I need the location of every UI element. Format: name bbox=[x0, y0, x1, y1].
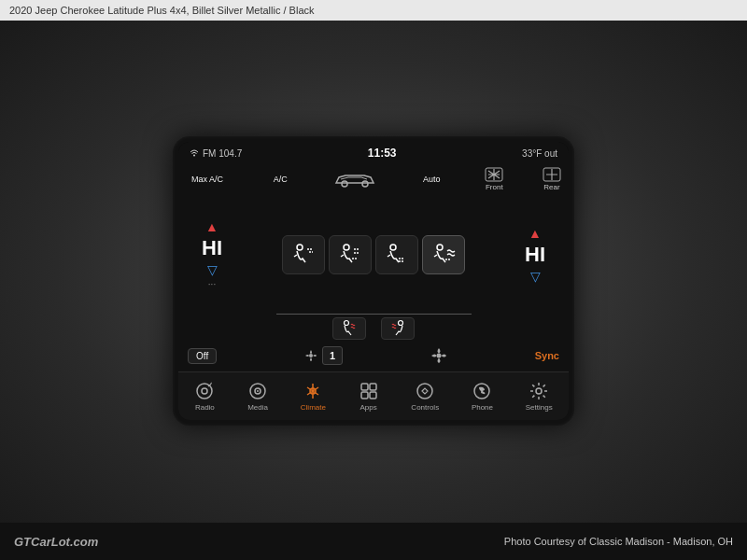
fan-speed-row: Off 1 bbox=[178, 342, 569, 370]
nav-phone[interactable]: Phone bbox=[466, 377, 499, 415]
nav-climate[interactable]: Climate bbox=[295, 377, 331, 415]
controls-nav-label: Controls bbox=[411, 403, 439, 412]
seat-row: ▲ HI ▽ ··· bbox=[178, 196, 569, 313]
fan-speed-value: 1 bbox=[322, 346, 343, 365]
svg-rect-20 bbox=[370, 384, 376, 390]
svg-point-10 bbox=[399, 321, 403, 326]
radio-status: FM 104.7 bbox=[203, 148, 242, 159]
car-icon bbox=[331, 168, 378, 190]
climate-main: ▲ HI ▽ ··· bbox=[178, 194, 569, 371]
title-bar: 2020 Jeep Cherokee Latitude Plus 4x4, Bi… bbox=[0, 0, 747, 21]
heated-seat-row bbox=[178, 315, 569, 342]
right-temp-value: HI bbox=[525, 243, 545, 267]
front-vent-button[interactable]: Front bbox=[485, 167, 503, 191]
ac-button[interactable]: A/C bbox=[268, 173, 293, 186]
nav-controls[interactable]: Controls bbox=[405, 377, 444, 415]
logo-text: GTCarLot bbox=[14, 535, 70, 549]
svg-point-2 bbox=[362, 181, 368, 187]
apps-icon bbox=[359, 381, 379, 401]
front-label: Front bbox=[486, 183, 503, 191]
airflow-face-feet-button[interactable] bbox=[329, 235, 372, 274]
left-temp-control: ▲ HI ▽ ··· bbox=[184, 219, 240, 289]
svg-point-12 bbox=[436, 354, 441, 358]
phone-nav-label: Phone bbox=[472, 403, 493, 412]
seat-icons-group bbox=[240, 235, 507, 274]
nav-media[interactable]: Media bbox=[242, 377, 274, 415]
phone-icon bbox=[472, 381, 492, 401]
page-title: 2020 Jeep Cherokee Latitude Plus 4x4, Bi… bbox=[9, 5, 315, 16]
fan-control-left: 1 bbox=[303, 346, 343, 365]
right-temp-up[interactable]: ▲ bbox=[529, 226, 542, 241]
rear-vent-button[interactable]: Rear bbox=[543, 167, 561, 191]
nav-radio[interactable]: Radio bbox=[189, 377, 220, 415]
climate-nav-label: Climate bbox=[301, 403, 326, 412]
apps-nav-label: Apps bbox=[360, 403, 377, 412]
svg-point-25 bbox=[536, 388, 542, 394]
airflow-face-button[interactable] bbox=[282, 235, 325, 274]
airflow-heated-button[interactable] bbox=[422, 235, 465, 274]
climate-icon bbox=[303, 381, 323, 401]
controls-icon bbox=[415, 381, 435, 401]
screen-bezel: FM 104.7 11:53 33°F out Max A/C A/C bbox=[173, 136, 574, 426]
left-temp-dots: ··· bbox=[208, 279, 216, 289]
svg-point-6 bbox=[344, 245, 349, 250]
svg-point-9 bbox=[345, 321, 349, 326]
svg-rect-19 bbox=[361, 384, 368, 390]
photo-wrapper: 2020 Jeep Cherokee Latitude Plus 4x4, Bi… bbox=[0, 0, 747, 560]
fan-low-icon bbox=[303, 348, 318, 363]
divider bbox=[276, 314, 472, 315]
right-temp-control: ▲ HI ▽ bbox=[507, 226, 563, 284]
radio-nav-label: Radio bbox=[195, 403, 215, 412]
airflow-feet-button[interactable] bbox=[375, 235, 418, 274]
right-seat-heat-button[interactable] bbox=[381, 317, 415, 340]
left-temp-down[interactable]: ▽ bbox=[207, 262, 218, 277]
svg-point-1 bbox=[342, 181, 347, 187]
max-ac-button[interactable]: Max A/C bbox=[186, 173, 229, 186]
svg-point-7 bbox=[390, 245, 396, 250]
caption-logo-area: GTCarLot.com bbox=[14, 535, 98, 549]
svg-point-11 bbox=[309, 354, 313, 357]
status-bar: FM 104.7 11:53 33°F out bbox=[178, 142, 569, 164]
status-left: FM 104.7 bbox=[190, 148, 242, 159]
car-interior: FM 104.7 11:53 33°F out Max A/C A/C bbox=[0, 21, 747, 523]
svg-rect-22 bbox=[370, 392, 376, 399]
rear-label: Rear bbox=[543, 183, 559, 191]
radio-icon bbox=[194, 381, 215, 401]
left-temp-value: HI bbox=[202, 236, 222, 260]
auto-button[interactable]: Auto bbox=[417, 173, 446, 186]
settings-nav-label: Settings bbox=[526, 403, 553, 412]
off-button[interactable]: Off bbox=[188, 348, 217, 364]
clock: 11:53 bbox=[368, 147, 397, 160]
controls-top-row: Max A/C A/C Auto bbox=[178, 164, 569, 194]
media-nav-label: Media bbox=[247, 403, 268, 412]
settings-icon bbox=[529, 381, 549, 401]
left-seat-heat-button[interactable] bbox=[332, 317, 366, 340]
svg-point-17 bbox=[257, 390, 259, 392]
right-temp-down[interactable]: ▽ bbox=[530, 269, 541, 284]
fan-high-icon bbox=[430, 346, 448, 365]
svg-point-0 bbox=[193, 155, 195, 157]
media-icon bbox=[247, 381, 268, 401]
sync-button[interactable]: Sync bbox=[535, 350, 559, 361]
svg-point-23 bbox=[417, 384, 432, 399]
svg-point-5 bbox=[297, 245, 303, 250]
gtcarlot-logo: GTCarLot.com bbox=[14, 535, 98, 549]
bottom-nav: Radio Media bbox=[178, 371, 569, 420]
svg-rect-21 bbox=[361, 392, 368, 399]
svg-point-8 bbox=[437, 245, 443, 250]
nav-apps[interactable]: Apps bbox=[353, 377, 385, 415]
wifi-icon bbox=[190, 149, 199, 157]
infotainment-screen: FM 104.7 11:53 33°F out Max A/C A/C bbox=[178, 142, 569, 420]
nav-settings[interactable]: Settings bbox=[520, 377, 558, 415]
temp-outside: 33°F out bbox=[522, 148, 557, 159]
caption-text: Photo Courtesy of Classic Madison - Madi… bbox=[504, 536, 733, 547]
logo-suffix: .com bbox=[70, 535, 98, 549]
left-temp-up[interactable]: ▲ bbox=[205, 219, 218, 234]
photo-caption: GTCarLot.com Photo Courtesy of Classic M… bbox=[0, 523, 747, 560]
svg-point-14 bbox=[202, 388, 207, 394]
